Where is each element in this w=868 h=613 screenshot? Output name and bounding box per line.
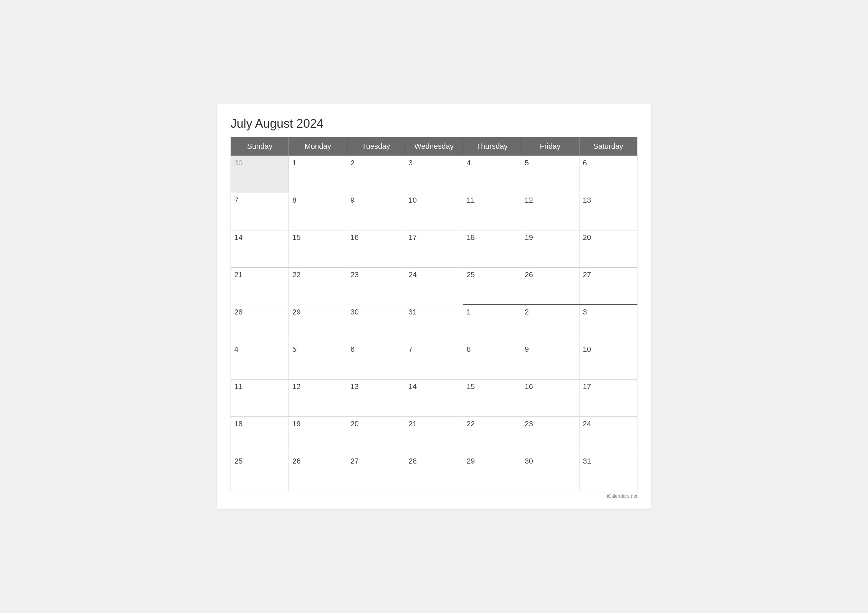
- day-cell[interactable]: 3: [579, 305, 637, 342]
- calendar-container: July August 2024 SundayMondayTuesdayWedn…: [217, 104, 651, 509]
- day-cell[interactable]: 18: [463, 230, 521, 267]
- day-cell[interactable]: 22: [463, 416, 521, 454]
- day-cell[interactable]: 28: [231, 305, 289, 342]
- day-cell[interactable]: 23: [347, 267, 405, 305]
- week-row-7: 18192021222324: [231, 416, 637, 454]
- day-cell[interactable]: 12: [289, 379, 347, 416]
- day-cell[interactable]: 19: [521, 230, 579, 267]
- day-cell[interactable]: 11: [463, 193, 521, 230]
- day-cell[interactable]: 16: [347, 230, 405, 267]
- header-cell-monday: Monday: [289, 137, 347, 156]
- watermark: iCalendars.net: [231, 493, 637, 499]
- calendar-title: July August 2024: [231, 116, 637, 131]
- day-cell[interactable]: 15: [463, 379, 521, 416]
- header-cell-thursday: Thursday: [463, 137, 521, 156]
- day-cell[interactable]: 18: [231, 416, 289, 454]
- day-cell[interactable]: 23: [521, 416, 579, 454]
- day-cell[interactable]: 12: [521, 193, 579, 230]
- day-cell[interactable]: 20: [579, 230, 637, 267]
- day-cell[interactable]: 19: [289, 416, 347, 454]
- day-cell[interactable]: 31: [579, 454, 637, 491]
- day-cell[interactable]: 11: [231, 379, 289, 416]
- day-cell[interactable]: 6: [579, 156, 637, 193]
- header-cell-friday: Friday: [521, 137, 579, 156]
- day-cell[interactable]: 17: [405, 230, 463, 267]
- day-cell[interactable]: 3: [405, 156, 463, 193]
- day-cell[interactable]: 13: [347, 379, 405, 416]
- day-cell[interactable]: 15: [289, 230, 347, 267]
- week-row-6: 11121314151617: [231, 379, 637, 416]
- day-cell[interactable]: 7: [231, 193, 289, 230]
- calendar-header: SundayMondayTuesdayWednesdayThursdayFrid…: [231, 137, 637, 156]
- day-cell[interactable]: 4: [463, 156, 521, 193]
- day-cell[interactable]: 31: [405, 305, 463, 342]
- day-cell[interactable]: 5: [521, 156, 579, 193]
- day-cell[interactable]: 29: [289, 305, 347, 342]
- calendar-body: 3012345678910111213141516171819202122232…: [231, 156, 637, 491]
- day-cell[interactable]: 4: [231, 342, 289, 379]
- week-row-1: 78910111213: [231, 193, 637, 230]
- day-cell[interactable]: 27: [347, 454, 405, 491]
- week-row-4: 28293031123: [231, 305, 637, 342]
- day-cell[interactable]: 30: [231, 156, 289, 193]
- header-cell-saturday: Saturday: [579, 137, 637, 156]
- day-cell[interactable]: 22: [289, 267, 347, 305]
- day-cell[interactable]: 8: [289, 193, 347, 230]
- day-cell[interactable]: 29: [463, 454, 521, 491]
- header-cell-wednesday: Wednesday: [405, 137, 463, 156]
- day-cell[interactable]: 28: [405, 454, 463, 491]
- day-cell[interactable]: 16: [521, 379, 579, 416]
- day-cell[interactable]: 9: [521, 342, 579, 379]
- day-cell[interactable]: 21: [231, 267, 289, 305]
- day-cell[interactable]: 21: [405, 416, 463, 454]
- header-cell-sunday: Sunday: [231, 137, 289, 156]
- day-cell[interactable]: 13: [579, 193, 637, 230]
- week-row-5: 45678910: [231, 342, 637, 379]
- day-cell[interactable]: 24: [405, 267, 463, 305]
- week-row-0: 30123456: [231, 156, 637, 193]
- day-cell[interactable]: 30: [521, 454, 579, 491]
- day-cell[interactable]: 17: [579, 379, 637, 416]
- day-cell[interactable]: 20: [347, 416, 405, 454]
- calendar-table: SundayMondayTuesdayWednesdayThursdayFrid…: [231, 137, 637, 491]
- header-row: SundayMondayTuesdayWednesdayThursdayFrid…: [231, 137, 637, 156]
- week-row-2: 14151617181920: [231, 230, 637, 267]
- day-cell[interactable]: 1: [463, 305, 521, 342]
- day-cell[interactable]: 27: [579, 267, 637, 305]
- day-cell[interactable]: 24: [579, 416, 637, 454]
- day-cell[interactable]: 5: [289, 342, 347, 379]
- day-cell[interactable]: 2: [521, 305, 579, 342]
- day-cell[interactable]: 1: [289, 156, 347, 193]
- day-cell[interactable]: 7: [405, 342, 463, 379]
- day-cell[interactable]: 25: [463, 267, 521, 305]
- day-cell[interactable]: 10: [579, 342, 637, 379]
- day-cell[interactable]: 6: [347, 342, 405, 379]
- day-cell[interactable]: 30: [347, 305, 405, 342]
- week-row-3: 21222324252627: [231, 267, 637, 305]
- header-cell-tuesday: Tuesday: [347, 137, 405, 156]
- day-cell[interactable]: 9: [347, 193, 405, 230]
- day-cell[interactable]: 14: [405, 379, 463, 416]
- day-cell[interactable]: 14: [231, 230, 289, 267]
- day-cell[interactable]: 26: [289, 454, 347, 491]
- day-cell[interactable]: 8: [463, 342, 521, 379]
- day-cell[interactable]: 25: [231, 454, 289, 491]
- day-cell[interactable]: 26: [521, 267, 579, 305]
- day-cell[interactable]: 10: [405, 193, 463, 230]
- week-row-8: 25262728293031: [231, 454, 637, 491]
- day-cell[interactable]: 2: [347, 156, 405, 193]
